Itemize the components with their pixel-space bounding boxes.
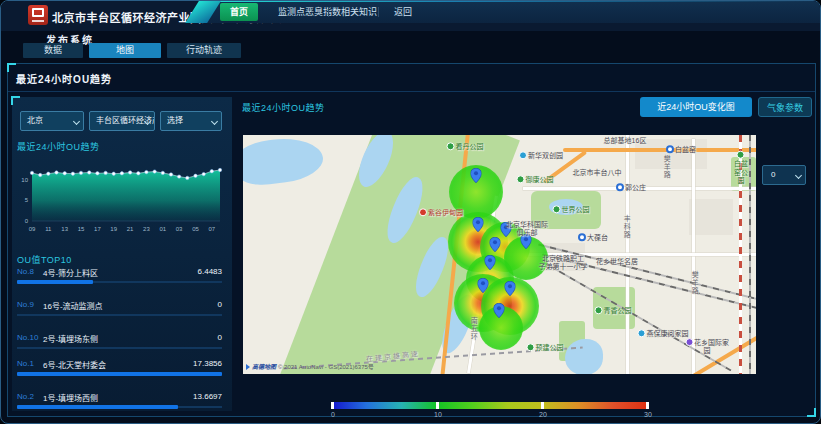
district-select[interactable]: 丰台区循环经济产 — [89, 111, 155, 131]
map-label: 预建公园 — [527, 343, 564, 352]
tab-track[interactable]: 行动轨迹 — [167, 43, 241, 58]
map-label: 紫谷伊甸园 — [419, 208, 463, 217]
map-railway — [749, 135, 751, 374]
map-marker-pin-icon[interactable] — [494, 303, 505, 322]
top-list-item[interactable]: No.8 4号-筛分上料区 6.4483 — [17, 267, 222, 297]
app-logo-icon — [28, 5, 48, 25]
left-panel: 北京 丰台区循环经济产 选择 最近24小时OU趋势 05100911131517… — [12, 97, 232, 411]
svg-text:01: 01 — [159, 226, 166, 232]
top-list-item[interactable]: No.9 16号-流动监测点 0 — [17, 300, 222, 330]
map-attribution: 高德地图 © 2021 AutoNavi - GS(2021)6375号 — [246, 362, 374, 371]
park-icon — [517, 175, 525, 183]
value-bar-fill — [17, 405, 178, 409]
top-list-item[interactable]: No.1 6号-北天堂村委会 17.3856 — [17, 359, 222, 389]
scale-label: 30 — [644, 411, 652, 418]
nav-top-line — [206, 1, 820, 2]
map-label: 青香公园 — [595, 306, 632, 315]
nav-swoosh-decoration — [185, 1, 221, 23]
map-road-label: 丰科路 — [622, 215, 630, 239]
point-select[interactable]: 选择 — [160, 111, 222, 131]
chevron-down-icon — [73, 118, 80, 125]
svg-text:21: 21 — [127, 226, 134, 232]
right-panel: 最近24小时OU趋势 近24小时OU变化图 气象参数 — [234, 97, 816, 411]
map-layer-select[interactable]: 0 — [762, 165, 806, 185]
park-icon — [527, 343, 535, 351]
city-select[interactable]: 北京 — [20, 111, 84, 131]
ou-change-chart-button[interactable]: 近24小时OU变化图 — [640, 97, 752, 117]
amap-logo-icon — [246, 364, 250, 370]
map-label: 燕保康阅家园 — [638, 329, 689, 338]
map-label: 花乡世华名居 — [596, 258, 638, 266]
poi-blue-icon — [519, 151, 527, 159]
map-marker-pin-icon[interactable] — [485, 255, 496, 274]
map-label: 北京市丰台八中 — [573, 169, 622, 177]
attribution-text: © 2021 AutoNavi - GS(2021)6375号 — [278, 362, 374, 371]
map-label: 花乡国际家园 — [683, 338, 732, 356]
map-marker-pin-icon[interactable] — [490, 237, 501, 256]
svg-text:17: 17 — [94, 226, 101, 232]
value-bar-track — [17, 373, 222, 375]
corner-accent — [11, 96, 20, 105]
svg-text:23: 23 — [143, 226, 150, 232]
metro-icon — [616, 183, 624, 191]
corner-accent — [7, 63, 16, 72]
value-bar-fill — [17, 372, 222, 376]
site-name: 6号-北天堂村委会 — [43, 359, 106, 370]
map-highway-orange — [563, 148, 756, 152]
chevron-down-icon — [795, 172, 802, 179]
map-road-label: 樊羊路 — [690, 271, 698, 295]
value-bar-track — [17, 406, 222, 408]
map-trend-label: 最近24小时OU趋势 — [242, 101, 325, 114]
scenic-icon — [419, 208, 427, 216]
svg-text:10: 10 — [21, 177, 28, 183]
top10-label: OU值TOP10 — [17, 253, 72, 266]
map-lake — [243, 135, 325, 188]
nav-item-home[interactable]: 首页 — [220, 3, 258, 21]
svg-text:11: 11 — [45, 226, 52, 232]
nav-separator — [378, 7, 379, 17]
value-bar-track — [17, 314, 222, 316]
svg-text:13: 13 — [61, 226, 68, 232]
map-label: 郭公庄 — [616, 183, 646, 192]
map-railway — [538, 243, 756, 300]
trend-chart-label: 最近24小时OU趋势 — [17, 140, 100, 153]
scale-tick — [436, 402, 439, 409]
map-marker-pin-icon[interactable] — [473, 217, 484, 236]
ou-value: 6.4483 — [198, 267, 222, 276]
rank-label: No.8 — [17, 267, 34, 276]
svg-text:5: 5 — [25, 197, 29, 203]
poi-blue-icon — [638, 329, 646, 337]
nav-separator — [328, 7, 329, 17]
svg-text:19: 19 — [110, 226, 117, 232]
park-icon — [737, 151, 745, 159]
value-bar-track — [17, 347, 222, 349]
weather-params-button[interactable]: 气象参数 — [758, 97, 812, 117]
header-bar: 北京市丰台区循环经济产业园大气恶臭状况实时 首页 监测点恶臭指数 相关知识 返回 — [1, 1, 820, 31]
scale-label: 10 — [434, 411, 442, 418]
map-label: 新华双创园 — [519, 151, 563, 160]
logo-glyph — [32, 8, 44, 17]
main-panel: 最近24小时OU趋势 北京 丰台区循环经济产 选择 最近24小时OU趋势 051… — [7, 63, 816, 417]
map-city-block — [689, 199, 733, 235]
svg-text:07: 07 — [208, 226, 215, 232]
rank-label: No.10 — [17, 333, 38, 342]
map-layer-select-value: 0 — [771, 170, 775, 179]
map-label: 大葆台 — [578, 233, 608, 242]
ou-trend-chart: 0510091113151719212301030507 — [16, 155, 228, 247]
map-label: 世界公园 — [553, 205, 590, 214]
map-canvas[interactable]: 高德地图 © 2021 AutoNavi - GS(2021)6375号 看丹公… — [243, 135, 756, 374]
map-label: 北京铁路职工 子弟第十一小学 — [539, 255, 588, 272]
map-label: 白盆窑 — [666, 145, 696, 154]
top-list-item[interactable]: No.2 1号-填埋场西侧 13.6697 — [17, 392, 222, 422]
tab-data[interactable]: 数据 — [23, 43, 83, 58]
site-name: 2号-填埋场东侧 — [43, 333, 98, 344]
map-marker-pin-icon[interactable] — [505, 281, 516, 300]
tab-map[interactable]: 地图 — [89, 43, 161, 58]
park-icon — [447, 142, 455, 150]
rank-label: No.2 — [17, 392, 34, 401]
park-icon — [553, 205, 561, 213]
value-bar-fill — [17, 280, 93, 284]
map-marker-pin-icon[interactable] — [478, 278, 489, 297]
map-marker-pin-icon[interactable] — [471, 168, 482, 187]
nav-item-back[interactable]: 返回 — [384, 3, 422, 21]
